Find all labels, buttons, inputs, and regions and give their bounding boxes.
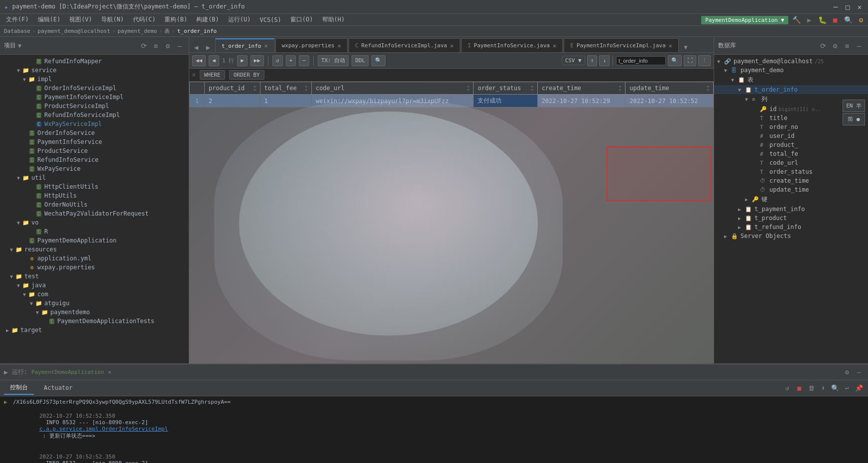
th-total-fee[interactable]: total_fee ▲▼ — [260, 82, 311, 95]
rt-col-update-time[interactable]: ⏱ update_time — [714, 185, 868, 194]
menu-code[interactable]: 代码(C) — [129, 14, 160, 25]
log-class-link[interactable]: c.a.p.service.impl.OrderInfoServiceImpl — [39, 426, 168, 432]
input-toggle-zh[interactable]: 简 ● — [843, 113, 865, 125]
th-code-url[interactable]: code_url ▲▼ — [311, 82, 474, 95]
rt-col-product[interactable]: # product_ — [714, 140, 868, 149]
cell-create-time[interactable]: 2022-10-27 10:52:29 — [537, 95, 625, 108]
menu-refactor[interactable]: 重构(B) — [160, 14, 191, 25]
rt-t-order-info[interactable]: ▼ 📋 t_order_info — [714, 85, 868, 94]
prev-page-button[interactable]: ◀ — [209, 55, 219, 66]
tab-paymentinfoserviceimpl[interactable]: E PaymentInfoServiceImpl.java ✕ — [564, 38, 679, 52]
tree-item-wxpayserviceimpl[interactable]: C WxPayServiceImpl — [0, 119, 189, 128]
db-panel-hide-icon[interactable]: — — [854, 41, 864, 51]
search-button[interactable]: 🔍 — [372, 55, 385, 66]
tab-t-order-info[interactable]: t_order_info ✕ — [215, 38, 274, 52]
rt-col-user-id[interactable]: # user_id — [714, 131, 868, 140]
input-toggle-en[interactable]: EN 半 — [843, 100, 865, 112]
breadcrumb-database-name[interactable]: payment_demo — [118, 28, 157, 34]
tab-close-icon[interactable]: ✕ — [450, 42, 454, 49]
more-options-button[interactable]: ⋮ — [698, 55, 711, 66]
tab-refundinfoserviceimpl[interactable]: C RefundInfoServiceImpl.java ✕ — [349, 38, 460, 52]
console-pin-icon[interactable]: 📌 — [854, 383, 864, 393]
build-button[interactable]: 🔨 — [791, 15, 801, 25]
tab-console[interactable]: 控制台 — [4, 381, 34, 395]
order-by-button[interactable]: ORDER BY — [229, 70, 264, 80]
tree-item-refundinfoservice[interactable]: I RefundInfoService — [0, 155, 189, 164]
menu-edit[interactable]: 编辑(E) — [34, 14, 65, 25]
panel-hide-icon[interactable]: — — [175, 41, 185, 51]
delete-row-button[interactable]: − — [299, 55, 309, 66]
tree-item-paymentdemoapplication[interactable]: C PaymentDemoApplication — [0, 236, 189, 245]
tree-item-impl[interactable]: ▼ 📁 impl — [0, 75, 189, 84]
csv-button[interactable]: CSV ▼ — [562, 56, 585, 65]
menu-nav[interactable]: 导航(N) — [97, 14, 128, 25]
tx-button[interactable]: TX: 自动 — [318, 55, 349, 66]
menu-run[interactable]: 运行(U) — [224, 14, 255, 25]
project-dropdown-icon[interactable]: ▼ — [18, 42, 21, 49]
move-up-button[interactable]: ↑ — [587, 55, 598, 66]
tree-item-orderinfoservice[interactable]: I OrderInfoService — [0, 128, 189, 137]
refresh-button[interactable]: ↺ — [272, 55, 283, 66]
tree-item-test[interactable]: ▼ 📁 test — [0, 272, 189, 281]
minimize-button[interactable]: ─ — [831, 2, 840, 11]
rt-t-product[interactable]: ▶ 📋 t_product — [714, 214, 868, 223]
ddl-button[interactable]: DDL — [352, 55, 369, 66]
bottom-settings-icon[interactable]: ⚙ — [842, 367, 852, 377]
tree-item-r[interactable]: C R — [0, 227, 189, 236]
menu-file[interactable]: 文件(F) — [2, 14, 33, 25]
zoom-button[interactable]: ⛶ — [684, 55, 696, 66]
tree-item-java[interactable]: ▼ 📁 java — [0, 281, 189, 290]
th-update-time[interactable]: update_time ▲▼ — [625, 82, 714, 95]
tree-item-httpclientutils[interactable]: C HttpClientUtils — [0, 182, 189, 191]
tree-item-ordernoutils[interactable]: C OrderNoUtils — [0, 200, 189, 209]
tab-forward-button[interactable]: ▶ — [203, 42, 213, 52]
tree-item-httputils[interactable]: C HttpUtils — [0, 191, 189, 200]
bottom-hide-icon[interactable]: — — [854, 367, 864, 377]
app-run-config[interactable]: PaymentDemoApplication ▼ — [701, 16, 788, 24]
tab-close-icon[interactable]: ✕ — [264, 42, 267, 49]
menu-view[interactable]: 视图(V) — [65, 14, 96, 25]
console-filter-icon[interactable]: 🔍 — [830, 383, 840, 393]
rt-col-create-time[interactable]: ⏱ create_time — [714, 176, 868, 185]
last-page-button[interactable]: ▶▶ — [250, 55, 264, 66]
tree-item-vo[interactable]: ▼ 📁 vo — [0, 218, 189, 227]
breadcrumb-tables[interactable]: 表 — [164, 27, 170, 35]
panel-collapse-icon[interactable]: ≡ — [151, 41, 161, 51]
cell-order-status[interactable]: 支付成功 — [474, 95, 537, 108]
tab-close-icon[interactable]: ✕ — [553, 42, 556, 49]
add-row-button[interactable]: + — [286, 55, 296, 66]
stop-button[interactable]: ■ — [830, 15, 840, 25]
run-button[interactable]: ▶ — [804, 15, 814, 25]
cell-code-url[interactable]: weixin://wxpay/bizpayurl?pr=m3ixpUFzz — [311, 95, 474, 108]
tree-item-orderinfoserviceimpl[interactable]: C OrderInfoServiceImpl — [0, 84, 189, 93]
tab-wxpay-properties[interactable]: wxpay.properties ✕ — [275, 38, 348, 52]
rt-tables-folder[interactable]: ▼ 📋 表 — [714, 75, 868, 85]
run-app-name[interactable]: PaymentDemoApplication — [31, 369, 104, 375]
tree-item-resources[interactable]: ▼ 📁 resources — [0, 245, 189, 254]
run-app-close[interactable]: ✕ — [108, 369, 112, 375]
console-scroll-icon[interactable]: ⬇ — [818, 383, 828, 393]
tab-actuator[interactable]: Actuator — [38, 382, 79, 394]
cell-update-time[interactable]: 2022-10-27 10:52:52 — [625, 95, 714, 108]
console-wrap-icon[interactable]: ↩ — [842, 383, 852, 393]
tree-item-service[interactable]: ▼ 📁 service — [0, 66, 189, 75]
rt-col-order-status[interactable]: T order_status — [714, 167, 868, 176]
search-everywhere-button[interactable]: 🔍 — [843, 15, 853, 25]
rt-keys-folder[interactable]: ▶ 🔑 键 — [714, 194, 868, 205]
tree-item-wxpay-properties[interactable]: ⚙ wxpay.properties — [0, 263, 189, 272]
tree-item-refundinfoMapper[interactable]: R RefundInfoMapper — [0, 57, 189, 66]
where-button[interactable]: WHERE — [200, 70, 225, 80]
close-button[interactable]: ✕ — [855, 2, 864, 11]
tree-item-util[interactable]: ▼ 📁 util — [0, 173, 189, 182]
menu-build[interactable]: 构建(B) — [192, 14, 223, 25]
rt-col-code-url[interactable]: T code_url — [714, 158, 868, 167]
tree-item-productservice[interactable]: I ProductService — [0, 146, 189, 155]
console-stop-icon[interactable]: ■ — [794, 383, 804, 393]
breadcrumb-current-table[interactable]: t_order_info — [177, 28, 217, 34]
th-product-id[interactable]: product_id ▲▼ — [205, 82, 260, 95]
menu-vcs[interactable]: VCS(S) — [256, 15, 285, 24]
maximize-button[interactable]: □ — [843, 2, 852, 11]
tab-paymentinfoservice[interactable]: I PaymentInfoService.java ✕ — [461, 38, 563, 52]
table-row[interactable]: 1 2 1 weixin://wxpay/bizpayurl?pr=m3ixpU… — [190, 95, 714, 108]
tree-item-wechatpay2[interactable]: C WechatPay2ValidatorForRequest — [0, 209, 189, 218]
